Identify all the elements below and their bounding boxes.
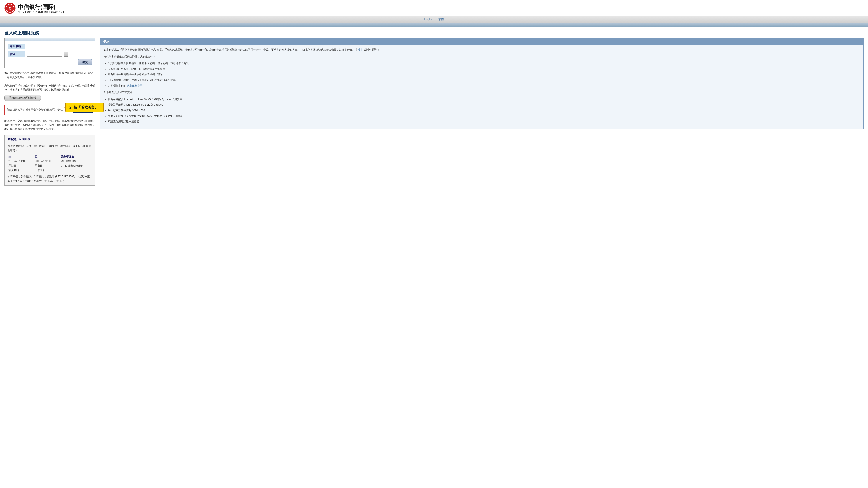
system-update-desc: 為保持優質銀行服務，本行將於以下期間進行系統維護，以下銀行服務將會暫停：: [8, 144, 92, 153]
page-title-area: 登入網上理財服務: [0, 27, 868, 38]
list-item: 瀏覽器需啟用 Java, JavaScript, SSL 及 Cookies: [108, 103, 860, 107]
username-input[interactable]: [27, 44, 62, 49]
list-item: 美股交易服務只支援微軟視窗系統配合 Internet Explorer 9 瀏覽…: [108, 114, 860, 119]
list-item: 不時瀏覽網上理財，并適時查閱銀行發出的提示訊息及結單: [108, 78, 860, 83]
right-panel: 提示 1. 本行提示客戶慎防冒冒信銀國際的語音訊息,來電、手機短訊或電郵，聲稱客…: [100, 38, 864, 186]
sub-nav: [0, 23, 868, 27]
citic-logo-icon: C: [4, 3, 16, 14]
tips-recommendations-list: 設定難以猜破及與其他網上服務不同的網上理財密碼，並定時作出更改 安裝並適時更新保…: [108, 61, 860, 88]
to-date: 2016年5月19日: [34, 159, 60, 164]
lang-separator: |: [436, 18, 436, 21]
to-day: 星期日: [34, 164, 60, 168]
password-input[interactable]: [27, 52, 62, 57]
list-item: 視窗系統配合 Internet Explorer 9 / MAC系統配合 Saf…: [108, 97, 860, 102]
annotation-tooltip: 2. 按「首次登記」: [65, 103, 104, 112]
tips-body: 1. 本行提示客戶慎防冒冒信銀國際的語音訊息,來電、手機短訊或電郵，聲稱客戶的銀…: [100, 45, 863, 129]
list-item: 最佳顯示器解像度為 1024 x 768: [108, 108, 860, 113]
table-header-from: 由: [8, 155, 34, 159]
traditional-lang-link[interactable]: 繁體: [438, 18, 444, 21]
first-login-wrapper: 請完成首次登記以享用我們全新的網上理財服務。 首次登記 2. 按「首次登記」: [4, 104, 95, 116]
username-label: 用戶名稱: [8, 43, 25, 49]
tips-section2-content: 本服務支援以下瀏覽器:: [106, 91, 133, 94]
online-notice: 網上進行的交易可能會出現傳送中斷、傳送停頓、因為互聯網交通繁忙而出現的傳送延誤情…: [4, 119, 95, 131]
nav-bar: English | 繁體: [0, 16, 868, 23]
tips-section1-text: 1. 本行提示客戶慎防冒冒信銀國際的語音訊息,來電、手機短訊或電郵，聲稱客戶的銀…: [103, 47, 860, 52]
table-header-to: 至: [34, 155, 60, 159]
table-header-row: 由 至 受影響服務: [8, 155, 92, 159]
password-label: 密碼: [8, 52, 25, 57]
list-item: 安裝並適時更新保安軟件，以保護電腦及手提裝置: [108, 67, 860, 72]
page-title: 登入網上理財服務: [4, 30, 864, 36]
table-row: 星期日 星期日 CITIC波動動態服務: [8, 164, 92, 168]
update-contact: 如有不便，敬希見諒。如有查詢，請致電 (852) 2287 6767。（星期一至…: [8, 174, 92, 183]
periodic-notice-text: 本行將定期提示及安排客戶更改網上理財密碼，如客戶早前更改密碼時已設定「定期更改密…: [4, 71, 95, 79]
header: C 中信银行(国际) CHINA CITIC BANK INTERNATIONA…: [0, 0, 868, 16]
login-form-box: 用戶名稱 密碼 i 遞交: [4, 38, 95, 68]
tips-recommendation-intro: 為保障客戶財產免受網上詐騙，我們建議你：: [103, 55, 860, 59]
table-row: 2016年5月19日 2016年5月19日 網上理財服務: [8, 159, 92, 164]
english-lang-link[interactable]: English: [424, 18, 433, 21]
from-date: 2016年5月19日: [8, 159, 34, 164]
logo-chinese: 中信银行(国际): [18, 3, 66, 11]
tips-browsers-list: 視窗系統配合 Internet Explorer 9 / MAC系統配合 Saf…: [108, 97, 860, 124]
system-update-title: 系統提升時間回表: [8, 137, 92, 142]
tips-section1-content: 本行提示客戶慎防冒冒信銀國際的語音訊息,來電、手機短訊或電郵，聲稱客戶的銀行戶口…: [106, 48, 382, 51]
logo-english: CHINA CITIC BANK INTERNATIONAL: [18, 11, 66, 13]
table-row: 凌晨12時 上午9時: [8, 168, 92, 173]
username-row: 用戶名稱: [8, 43, 92, 49]
to-time: 上午9時: [34, 168, 60, 173]
update-table: 由 至 受影響服務 2016年5月19日 2016年5月19日 網上理財服務 星…: [8, 155, 92, 173]
tips-section2-text: 2. 本服務支援以下瀏覽器:: [103, 90, 860, 95]
tips-box: 提示 1. 本行提示客戶慎防冒冒信銀國際的語音訊息,來電、手機短訊或電郵，聲稱客…: [100, 38, 864, 129]
login-form-body: 用戶名稱 密碼 i 遞交: [5, 41, 95, 68]
login-form-header: [5, 38, 95, 41]
service-affected-2: CITIC波動動態服務: [60, 164, 92, 168]
logo-area: C 中信银行(国际) CHINA CITIC BANK INTERNATIONA…: [4, 3, 66, 14]
service-affected: 網上理財服務: [60, 159, 92, 164]
click-here-link[interactable]: 按此: [358, 48, 363, 51]
service-affected-3: [60, 168, 92, 173]
lang-links: English | 繁體: [0, 18, 868, 21]
from-time: 凌晨12時: [8, 168, 34, 173]
list-item: 設定難以猜破及與其他網上服務不同的網上理財密碼，並定時作出更改: [108, 61, 860, 66]
info-button[interactable]: i: [64, 52, 68, 57]
restart-button[interactable]: 重新啟動網上理財服務: [4, 95, 41, 101]
tips-section1-num: 1.: [103, 48, 106, 51]
password-row: 密碼 i: [8, 52, 92, 57]
submit-button[interactable]: 遞交: [78, 59, 92, 65]
list-item: 避免透過公用電腦或公共無線網絡登錄網上理財: [108, 72, 860, 77]
tips-header: 提示: [100, 38, 863, 45]
main-content: 用戶名稱 密碼 i 遞交 本行將定期提示及安排客戶更改網上理財密碼，如客戶早前更…: [0, 38, 868, 190]
forgot-password-text: 忘記你的用戶名稱或密碼？請委託任何一間分行补領或申請新密碼。收到新密碼後，請按以…: [4, 84, 95, 92]
list-item: 不建議使用測試版本瀏覽器: [108, 119, 860, 124]
system-update-box: 系統提升時間回表 為保持優質銀行服務，本行將於以下期間進行系統維護，以下銀行服務…: [4, 135, 95, 186]
table-header-service: 受影響服務: [60, 155, 92, 159]
from-day: 星期日: [8, 164, 34, 168]
logo-text: 中信银行(国际) CHINA CITIC BANK INTERNATIONAL: [18, 3, 66, 13]
periodic-notice: 本行將定期提示及安排客戶更改網上理財密碼，如客戶早前更改密碼時已設定「定期更改密…: [4, 71, 95, 92]
left-panel: 用戶名稱 密碼 i 遞交 本行將定期提示及安排客戶更改網上理財密碼，如客戶早前更…: [4, 38, 95, 186]
restart-btn-row: 重新啟動網上理財服務: [4, 95, 95, 101]
security-tips-link[interactable]: 網上保安提示: [127, 84, 142, 87]
svg-text:C: C: [9, 6, 11, 10]
submit-btn-row: 遞交: [8, 59, 92, 65]
tips-section2-num: 2.: [103, 91, 106, 94]
online-notice-text: 網上進行的交易可能會出現傳送中斷、傳送停頓、因為互聯網交通繁忙而出現的傳送延誤情…: [4, 119, 95, 131]
list-item: 定期瀏覽本行的 網上保安提示: [108, 84, 860, 88]
